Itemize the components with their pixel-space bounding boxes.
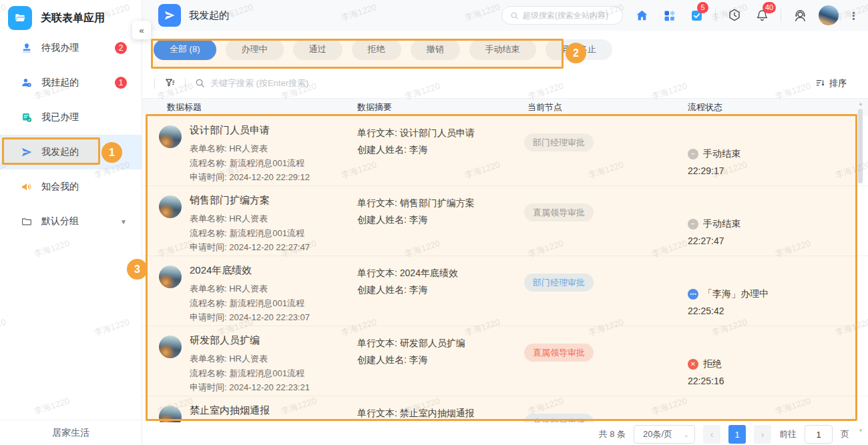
row-summary-line: 单行文本: 2024年底绩效 [357,265,524,282]
next-page-button[interactable]: › [754,425,771,444]
support-button[interactable] [791,7,809,24]
row-summary-line: 创建人姓名: 李海 [357,211,524,228]
row-form-name: 表单名称: HR人资表 [190,422,270,422]
column-header: 数据摘要 [357,101,524,113]
row-flow-name: 流程名称: 新流程消息001流程 [190,296,310,311]
row-apply-time: 申请时间: 2024-12-20 22:23:21 [190,380,310,395]
user-avatar[interactable] [819,5,839,25]
table-row[interactable]: 销售部门扩编方案 表单名称: HR人资表 流程名称: 新流程消息001流程 申请… [142,186,868,256]
tab-manual-end[interactable]: 手动结束 [469,39,536,60]
row-title: 禁止室内抽烟通报 [190,404,270,417]
paper-plane-icon [20,145,33,159]
tab-all[interactable]: 全部 (8) [154,39,216,60]
global-search-input[interactable]: 超级搜索(搜索全站内容) [501,6,623,25]
sort-button[interactable]: 排序 [815,77,856,89]
page-title: 我发起的 [189,9,229,22]
goto-page-input[interactable]: 1 [805,425,833,444]
row-summary-line: 单行文本: 设计部门人员申请 [357,125,524,141]
row-summary-line: 创建人姓名: 李海 [357,352,524,368]
row-title: 设计部门人员申请 [190,124,310,137]
row-flow-name: 流程名称: 新流程消息001流程 [190,366,310,381]
apps-grid-icon [662,9,676,23]
sidebar-nav: 待我办理 2 我挂起的 1 我已办理 我发起 [0,31,142,239]
status-processing-icon: ⋯ [688,289,698,300]
sidebar-footer: 居家生活 [0,420,142,445]
row-summary-line: 创建人姓名: 李海 [357,422,524,422]
sidebar: 关联表单应用 待我办理 2 我挂起的 1 我已办理 [0,0,142,445]
sidebar-footer-label: 居家生活 [52,427,89,439]
sidebar-item-label: 我挂起的 [41,77,79,89]
todo-button[interactable]: 5 [688,7,705,24]
filter-button[interactable] [164,77,176,89]
search-icon [195,78,205,88]
row-avatar [159,406,182,422]
notifications-button[interactable]: 40 [753,7,771,24]
more-menu-button[interactable]: ⋮ [849,11,859,21]
tab-approved[interactable]: 通过 [293,39,343,60]
tab-revoked[interactable]: 撤销 [411,39,460,60]
page-unit-label: 页 [841,428,849,440]
table-body: 设计部门人员申请 表单名称: HR人资表 流程名称: 新流程消息001流程 申请… [142,116,868,422]
status-text: 手动结束 [703,148,740,160]
approval-history-button[interactable] [726,7,743,24]
home-button[interactable] [633,7,650,24]
sidebar-item-done[interactable]: 我已办理 [0,100,142,135]
current-node-badge: 直属领导审批 [524,344,594,362]
row-flow-name: 流程名称: 新流程消息001流程 [190,156,310,171]
keyword-search-placeholder: 关键字搜索 (按Enter搜索) [210,77,308,89]
sidebar-item-todo[interactable]: 待我办理 2 [0,31,142,65]
sidebar-item-label: 我已办理 [41,111,79,123]
topbar-actions: 超级搜索(搜索全站内容) 5 40 [501,5,859,25]
row-form-name: 表单名称: HR人资表 [190,282,310,296]
tab-abnormal-end[interactable]: 异常终止 [546,39,612,60]
divider [154,78,155,89]
sidebar-item-cc[interactable]: 知会我的 [0,169,142,204]
table-row[interactable]: 研发部人员扩编 表单名称: HR人资表 流程名称: 新流程消息001流程 申请时… [142,326,868,396]
row-summary-line: 单行文本: 研发部人员扩编 [357,335,524,352]
page-size-select[interactable]: 20条/页 ⌄ [634,425,695,444]
headset-person-icon [793,8,808,23]
scrollbar-thumb[interactable] [858,109,863,183]
status-time: 22:27:47 [688,236,868,246]
chevron-down-icon[interactable]: ▼ [120,218,127,226]
table-row[interactable]: 设计部门人员申请 表单名称: HR人资表 流程名称: 新流程消息001流程 申请… [142,116,868,186]
prev-page-button[interactable]: ‹ [703,425,720,444]
table-row[interactable]: 2024年底绩效 表单名称: HR人资表 流程名称: 新流程消息001流程 申请… [142,256,868,326]
row-apply-time: 申请时间: 2024-12-20 22:27:47 [190,240,310,255]
divider [715,9,716,22]
apps-button[interactable] [660,7,678,24]
status-ended-icon: − [688,149,698,159]
user-pause-icon [20,76,33,89]
scrollbar-up-arrow[interactable]: ▲ [857,101,865,107]
home-icon [635,9,649,23]
row-summary-line: 单行文本: 销售部门扩编方案 [357,195,524,211]
sidebar-item-label: 知会我的 [41,181,79,193]
sidebar-item-suspended[interactable]: 我挂起的 1 [0,65,142,100]
status-text: 「李海」办理中 [703,288,769,300]
status-filter-tabs: 全部 (8) 办理中 通过 拒绝 撤销 手动结束 异常终止 [142,31,868,68]
main-area: 我发起的 超级搜索(搜索全站内容) 5 [142,0,868,445]
global-search-placeholder: 超级搜索(搜索全站内容) [523,10,608,21]
sidebar-item-label: 待我办理 [41,42,79,54]
current-page-button[interactable]: 1 [728,425,746,444]
sidebar-item-initiated[interactable]: 我发起的 [0,135,142,169]
status-rejected-icon: ✕ [688,359,698,370]
document-check-icon [20,111,33,124]
row-avatar [159,195,182,218]
keyword-search-input[interactable]: 关键字搜索 (按Enter搜索) [195,77,308,89]
sidebar-item-default-group[interactable]: 默认分组 ▼ [0,204,142,239]
sidebar-collapse-button[interactable]: « [132,21,151,39]
row-title: 研发部人员扩编 [190,334,310,347]
current-node-badge: 直属领导审批 [524,203,594,221]
scrollbar-down-arrow[interactable]: ▼ [857,428,865,434]
row-avatar [159,125,182,148]
sort-label: 排序 [829,77,847,89]
current-node-badge: 直属领导审批 [524,414,594,422]
app-folder-icon [8,6,32,30]
toolbar: 关键字搜索 (按Enter搜索) 排序 [142,68,868,99]
row-avatar [159,336,182,358]
tab-rejected[interactable]: 拒绝 [352,39,401,60]
sidebar-item-label: 我发起的 [41,146,79,158]
table-row[interactable]: 禁止室内抽烟通报 表单名称: HR人资表 单行文本: 禁止室内抽烟通报 创建人姓… [142,396,868,422]
tab-processing[interactable]: 办理中 [226,39,284,60]
